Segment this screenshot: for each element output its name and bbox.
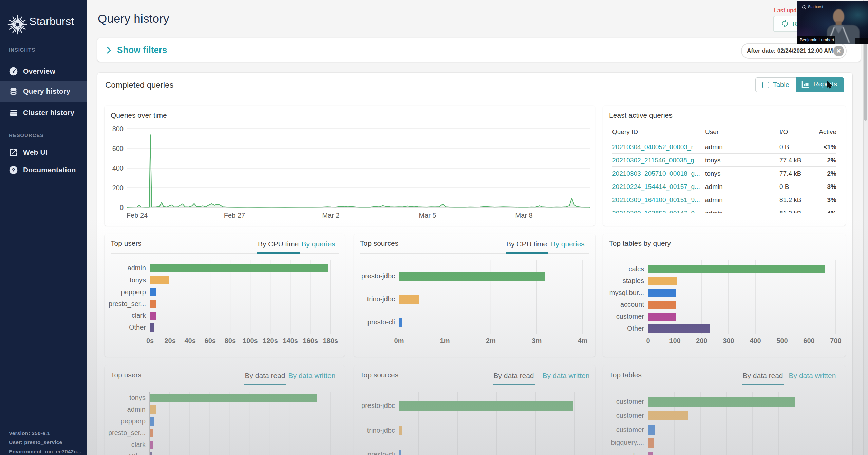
- svg-text:400: 400: [750, 337, 761, 344]
- svg-text:80s: 80s: [225, 337, 236, 344]
- svg-text:180s: 180s: [323, 337, 338, 344]
- svg-text:Other: Other: [627, 324, 644, 332]
- svg-text:?: ?: [12, 167, 15, 174]
- svg-text:120s: 120s: [263, 337, 278, 344]
- svg-text:customer: customer: [616, 313, 644, 320]
- svg-text:calcs: calcs: [628, 265, 644, 273]
- svg-text:admin: admin: [127, 405, 146, 413]
- svg-text:0: 0: [120, 204, 124, 211]
- svg-text:pepperp: pepperp: [121, 417, 146, 425]
- svg-text:100s: 100s: [243, 337, 258, 344]
- svg-text:orders: orders: [625, 452, 644, 455]
- svg-text:tonys: tonys: [130, 276, 146, 284]
- svg-text:100: 100: [669, 337, 680, 344]
- svg-text:500: 500: [776, 337, 788, 344]
- svg-text:bigquery....: bigquery....: [611, 439, 644, 446]
- svg-text:admin: admin: [128, 264, 146, 272]
- svg-text:presto_ser...: presto_ser...: [109, 300, 146, 308]
- svg-text:customer: customer: [616, 398, 644, 405]
- svg-text:pepperp: pepperp: [121, 288, 146, 296]
- svg-text:presto-cli: presto-cli: [367, 451, 395, 455]
- svg-text:400: 400: [112, 164, 124, 172]
- svg-text:0m: 0m: [394, 337, 404, 344]
- svg-text:40s: 40s: [185, 337, 196, 344]
- svg-text:2m: 2m: [486, 337, 496, 344]
- svg-text:3m: 3m: [532, 337, 542, 344]
- svg-text:clark: clark: [132, 312, 146, 319]
- svg-text:140s: 140s: [283, 337, 298, 344]
- svg-text:60s: 60s: [205, 337, 216, 344]
- svg-text:700: 700: [830, 337, 841, 344]
- svg-text:800: 800: [112, 125, 124, 133]
- svg-text:account: account: [620, 301, 644, 308]
- svg-text:presto_ser...: presto_ser...: [108, 429, 146, 437]
- svg-text:300: 300: [723, 337, 734, 344]
- svg-text:presto-jdbc: presto-jdbc: [361, 272, 395, 280]
- svg-text:200: 200: [696, 337, 707, 344]
- svg-text:mysql.bur...: mysql.bur...: [609, 289, 644, 296]
- svg-text:staples: staples: [623, 277, 644, 284]
- svg-text:200: 200: [112, 184, 124, 192]
- svg-text:0: 0: [646, 337, 650, 344]
- svg-text:clark: clark: [131, 441, 146, 448]
- svg-text:tonys: tonys: [129, 394, 146, 401]
- svg-text:4m: 4m: [578, 337, 588, 344]
- svg-text:Feb 24: Feb 24: [127, 212, 148, 219]
- svg-text:0s: 0s: [146, 337, 154, 344]
- svg-text:600: 600: [112, 145, 124, 152]
- svg-text:Other: Other: [129, 452, 146, 455]
- svg-text:600: 600: [803, 337, 814, 344]
- svg-text:20s: 20s: [164, 337, 175, 344]
- svg-text:presto-jdbc: presto-jdbc: [361, 402, 395, 409]
- svg-text:presto-cli: presto-cli: [367, 318, 395, 326]
- svg-text:Mar 8: Mar 8: [515, 212, 532, 219]
- svg-text:Mar 5: Mar 5: [419, 212, 436, 219]
- svg-text:customer: customer: [616, 412, 644, 419]
- svg-text:160s: 160s: [303, 337, 318, 344]
- svg-text:Other: Other: [129, 323, 146, 331]
- svg-text:Feb 27: Feb 27: [224, 212, 245, 219]
- svg-text:1m: 1m: [440, 337, 450, 344]
- svg-text:customer: customer: [616, 426, 644, 433]
- svg-text:trino-jdbc: trino-jdbc: [367, 427, 395, 434]
- svg-text:trino-jdbc: trino-jdbc: [367, 295, 395, 303]
- svg-text:Mar 2: Mar 2: [322, 212, 339, 219]
